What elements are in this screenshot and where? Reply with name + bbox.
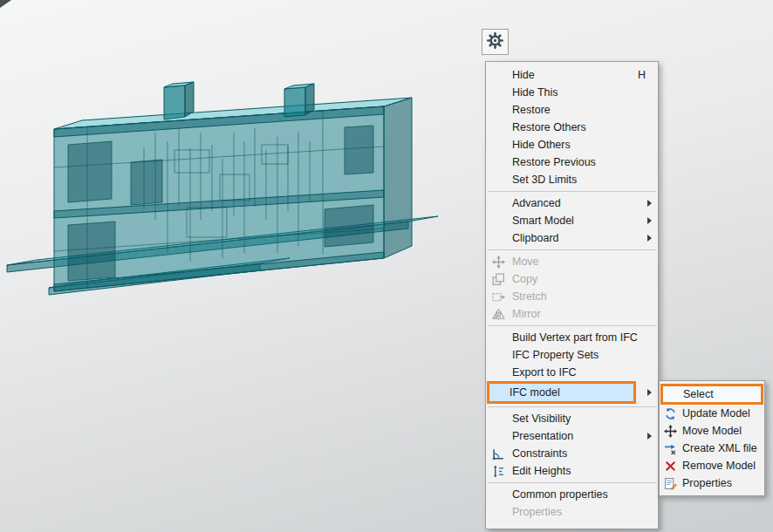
properties-icon bbox=[664, 477, 677, 490]
menu-separator bbox=[488, 406, 656, 407]
menu-item-properties[interactable]: Properties bbox=[486, 503, 658, 521]
constraints-icon bbox=[492, 447, 505, 460]
gear-icon bbox=[486, 31, 504, 53]
menu-item-shortcut: H bbox=[638, 69, 647, 81]
menu-item-label: Properties bbox=[512, 506, 562, 518]
menu-item-set-3d-limits[interactable]: Set 3D Limits bbox=[486, 171, 658, 188]
menu-item-label: Presentation bbox=[512, 430, 573, 442]
menu-separator bbox=[488, 249, 656, 250]
menu-item-label: Export to IFC bbox=[512, 366, 577, 379]
menu-item-hide-others[interactable]: Hide Others bbox=[486, 136, 658, 153]
submenu-item-create-xml-file[interactable]: Create XML file bbox=[660, 440, 764, 457]
move-icon bbox=[492, 256, 505, 269]
menu-item-label: Stretch bbox=[512, 290, 547, 303]
menu-item-label: Advanced bbox=[512, 197, 561, 209]
menu-item-restore-others[interactable]: Restore Others bbox=[486, 119, 658, 136]
menu-item-label: Restore Others bbox=[512, 121, 586, 133]
menu-item-smart-model[interactable]: Smart Model bbox=[486, 212, 658, 229]
menu-item-label: Set Visibility bbox=[512, 413, 571, 425]
menu-item-label: Smart Model bbox=[512, 215, 574, 227]
submenu-item-update-model[interactable]: Update Model bbox=[660, 405, 764, 422]
menu-item-constraints[interactable]: Constraints bbox=[486, 445, 658, 462]
menu-item-label: Restore bbox=[512, 104, 551, 116]
submenu-item-move-model[interactable]: Move Model bbox=[660, 422, 764, 440]
menu-item-build-vertex-part-from-ifc[interactable]: Build Vertex part from IFC bbox=[486, 329, 658, 346]
create-xml-file-icon bbox=[664, 442, 677, 455]
submenu-item-label: Select bbox=[683, 388, 714, 400]
submenu-item-properties[interactable]: Properties bbox=[660, 474, 764, 492]
menu-item-label: IFC model bbox=[510, 386, 560, 399]
remove-model-icon bbox=[664, 460, 677, 473]
menu-item-label: Edit Heights bbox=[512, 465, 571, 477]
menu-item-label: Restore Previous bbox=[512, 156, 596, 168]
menu-item-restore[interactable]: Restore bbox=[486, 101, 658, 119]
menu-separator bbox=[488, 325, 656, 326]
ifc-building-model[interactable] bbox=[0, 0, 471, 349]
settings-gear-button[interactable] bbox=[482, 29, 509, 55]
menu-item-clipboard[interactable]: Clipboard bbox=[486, 229, 658, 247]
menu-separator bbox=[488, 191, 656, 192]
stretch-icon bbox=[492, 290, 505, 304]
menu-item-label: Common properties bbox=[512, 488, 608, 501]
submenu-item-select[interactable]: Select bbox=[660, 384, 763, 405]
menu-item-label: Clipboard bbox=[512, 232, 559, 244]
move-model-icon bbox=[664, 425, 677, 438]
menu-item-move[interactable]: Move bbox=[486, 253, 658, 270]
submenu-item-label: Remove Model bbox=[682, 460, 756, 472]
annotation-highlight-ifc-model: IFC model bbox=[487, 381, 636, 404]
mirror-icon bbox=[492, 308, 505, 321]
menu-item-ifc-property-sets[interactable]: IFC Property Sets bbox=[486, 346, 658, 364]
submenu-item-label: Create XML file bbox=[682, 442, 757, 454]
menu-item-restore-previous[interactable]: Restore Previous bbox=[486, 153, 658, 171]
submenu-item-label: Properties bbox=[682, 477, 732, 489]
submenu-arrow-icon bbox=[647, 217, 652, 224]
menu-item-hide-this[interactable]: Hide This bbox=[486, 84, 658, 101]
context-menu: Hide H Hide This Restore Restore Others … bbox=[485, 61, 659, 529]
submenu-item-remove-model[interactable]: Remove Model bbox=[660, 457, 764, 474]
menu-item-label: Constraints bbox=[512, 447, 567, 460]
edit-heights-icon bbox=[492, 465, 505, 478]
menu-item-label: IFC Property Sets bbox=[512, 349, 599, 361]
menu-item-common-properties[interactable]: Common properties bbox=[486, 486, 658, 503]
menu-item-hide[interactable]: Hide H bbox=[486, 66, 658, 84]
menu-item-presentation[interactable]: Presentation bbox=[486, 427, 658, 445]
menu-item-label: Copy bbox=[512, 273, 537, 285]
menu-item-mirror[interactable]: Mirror bbox=[486, 305, 658, 323]
menu-item-ifc-model[interactable]: IFC model bbox=[486, 381, 658, 404]
menu-item-copy[interactable]: Copy bbox=[486, 270, 658, 288]
menu-item-edit-heights[interactable]: Edit Heights bbox=[486, 462, 658, 480]
submenu-arrow-icon bbox=[647, 389, 652, 396]
submenu-arrow-icon bbox=[647, 200, 652, 207]
menu-item-set-visibility[interactable]: Set Visibility bbox=[486, 410, 658, 427]
submenu-item-label: Update Model bbox=[682, 407, 750, 419]
menu-item-label: Set 3D Limits bbox=[512, 174, 577, 186]
menu-item-advanced[interactable]: Advanced bbox=[486, 194, 658, 212]
menu-item-label: Build Vertex part from IFC bbox=[512, 331, 638, 344]
ifc-model-submenu: Select Update Model bbox=[659, 380, 765, 496]
update-model-icon bbox=[664, 407, 677, 420]
submenu-arrow-icon bbox=[647, 235, 652, 242]
menu-item-label: Hide bbox=[512, 69, 535, 81]
menu-item-stretch[interactable]: Stretch bbox=[486, 288, 658, 305]
submenu-arrow-icon bbox=[647, 433, 652, 440]
menu-item-export-to-ifc[interactable]: Export to IFC bbox=[486, 364, 658, 381]
menu-separator bbox=[488, 482, 656, 483]
menu-item-label: Hide This bbox=[512, 86, 558, 99]
menu-item-label: Mirror bbox=[512, 308, 541, 320]
copy-icon bbox=[492, 273, 505, 286]
menu-item-label: Move bbox=[512, 256, 539, 268]
submenu-item-label: Move Model bbox=[682, 425, 742, 437]
menu-item-label: Hide Others bbox=[512, 139, 571, 151]
